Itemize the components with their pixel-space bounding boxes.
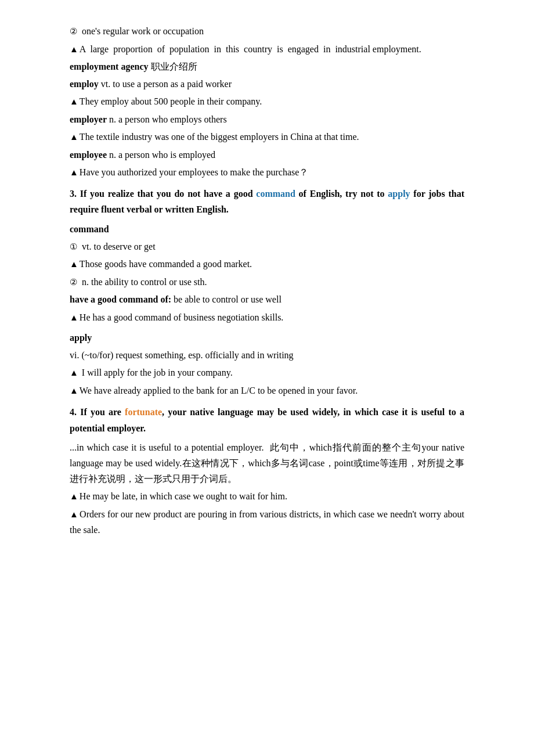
command-ex2-text: He has a good command of business negoti… [80,312,284,322]
circle-item-1: ② one's regular work or occupation [70,23,464,39]
have-command-entry: have a good command of: be able to contr… [70,291,464,307]
apply-ex2-text: We have already applied to the bank for … [80,386,358,395]
fortunate-link: fortunate [125,407,162,417]
sentence-4-start: 4. If you are [70,407,125,417]
employee-example: ▲Have you authorized your employees to m… [70,164,464,181]
which-case-example2: ▲Orders for our new product are pouring … [70,506,464,538]
employee-label: employee [70,150,107,160]
sentence-3-mid: of English, try not to [295,189,388,199]
circle-text: one's regular work or occupation [82,26,204,36]
triangle-icon: ▲ [70,492,78,501]
command-word-heading: command [70,221,464,237]
which-case-example1: ▲He may be late, in which case we ought … [70,488,464,505]
apply-example2: ▲We have already applied to the bank for… [70,383,464,399]
employment-agency-entry: employment agency 职业介绍所 [70,59,464,74]
have-command-text: be able to control or use well [171,294,282,304]
circle-number: ② [70,278,77,287]
triangle-icon: ▲ [70,313,78,322]
sentence-employment-example: ▲A large proportion of population in thi… [70,41,464,57]
apply-word-heading: apply [70,330,464,345]
which-ex1-text: He may be late, in which case we ought t… [80,491,287,501]
employ-def-text: vt. to use a person as a paid worker [99,79,232,89]
employ-example-text: They employ about 500 people in their co… [80,96,262,106]
employment-agency-chinese: 职业介绍所 [149,62,197,71]
employ-def-entry: employ vt. to use a person as a paid wor… [70,76,464,92]
command-def2: ② n. the ability to control or use sth. [70,274,464,290]
employer-example: ▲The textile industry was one of the big… [70,129,464,145]
triangle-icon: ▲ [70,132,78,142]
sentence-3-start: 3. If you realize that you do not have a… [70,189,256,199]
triangle-icon: ▲ [70,45,78,54]
triangle-icon: ▲ [70,510,78,519]
sentence-4-block: 4. If you are fortunate, your native lan… [70,404,464,435]
page-content: ② one's regular work or occupation ▲A la… [70,23,464,538]
employ-example: ▲They employ about 500 people in their c… [70,93,464,110]
triangle-icon: ▲ [70,386,78,395]
command-def1: ① vt. to deserve or get [70,239,464,255]
command-word-label: command [70,224,109,234]
sentence-text: A large proportion of population in this… [80,44,421,54]
employee-def-entry: employee n. a person who is employed [70,147,464,163]
apply-example1: ▲ I will apply for the job in your compa… [70,365,464,381]
circle-number: ② [70,27,77,36]
apply-def-text: vi. (~to/for) request something, esp. of… [70,350,294,360]
employer-example-text: The textile industry was one of the bigg… [80,132,359,142]
apply-ex1-text: I will apply for the job in your company… [80,368,233,377]
employ-label: employ [70,79,99,89]
apply-def: vi. (~to/for) request something, esp. of… [70,347,464,363]
triangle-icon: ▲ [70,368,78,377]
apply-link: apply [388,189,410,199]
command-def1-text: vt. to deserve or get [80,242,156,251]
have-command-label: have a good command of: [70,294,171,304]
triangle-icon: ▲ [70,97,78,106]
command-ex1-text: Those goods have commanded a good market… [80,259,252,269]
triangle-icon: ▲ [70,168,78,177]
employee-example-text: Have you authorized your employees to ma… [80,167,309,177]
which-ex2-text: Orders for our new product are pouring i… [70,509,464,535]
employee-def-text: n. a person who is employed [107,150,215,160]
employment-agency-label: employment agency [70,62,149,71]
circle-number: ① [70,242,77,251]
command-def2-text: n. the ability to control or use sth. [80,277,207,287]
employer-label: employer [70,114,107,124]
sentence-3-block: 3. If you realize that you do not have a… [70,186,464,217]
command-example1: ▲Those goods have commanded a good marke… [70,256,464,272]
apply-word-label: apply [70,333,92,343]
triangle-icon: ▲ [70,260,78,269]
command-link: command [256,189,295,199]
employer-def-text: n. a person who employs others [107,114,227,124]
explanation-block: ...in which case it is useful to a poten… [70,440,464,487]
command-example2: ▲He has a good command of business negot… [70,309,464,326]
employer-def-entry: employer n. a person who employs others [70,111,464,127]
explanation-text: ...in which case it is useful to a poten… [70,442,464,484]
